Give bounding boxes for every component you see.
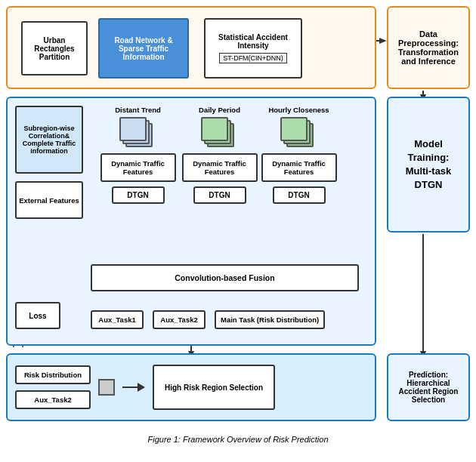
road-network-label: Road Network & Sparse Traffic Informatio…	[103, 36, 184, 61]
data-preprocessing-box: Data Preprocessing: Transformation and I…	[387, 6, 470, 89]
connector-block	[98, 379, 115, 396]
urban-label: Urban Rectangles Partition	[26, 36, 83, 61]
caption-text: Figure 1: Framework Overview of Risk Pre…	[147, 435, 328, 444]
model-training-box: Model Training: Multi-task DTGN	[387, 97, 470, 233]
high-risk-box: High Risk Region Selection	[153, 365, 275, 410]
stat-accident-box: Statistical Accident Intensity ST-DFM(CI…	[204, 18, 302, 79]
figure-caption: Figure 1: Framework Overview of Risk Pre…	[0, 435, 476, 444]
bottom-aux-task2-box: Aux_Task2	[15, 390, 91, 409]
dtgn-1: DTGN	[112, 186, 165, 204]
distant-trend-label: Distant Trend	[115, 106, 161, 114]
road-network-box: Road Network & Sparse Traffic Informatio…	[98, 18, 189, 79]
svg-marker-4	[379, 38, 387, 44]
hourly-closeness-label: Hourly Closeness	[268, 106, 329, 114]
bottom-left-boxes: Risk Distribution Aux_Task2	[15, 365, 91, 409]
subregion-label: Subregion-wise Correlation& Complete Tra…	[20, 125, 79, 155]
loss-box: Loss	[15, 302, 60, 329]
middle-section: Subregion-wise Correlation& Complete Tra…	[6, 97, 376, 346]
urban-rectangles-box: Urban Rectangles Partition	[21, 21, 88, 75]
dynamic-features-1: Dynamic Traffic Features	[100, 153, 176, 182]
model-training-label: Model Training: Multi-task DTGN	[394, 137, 462, 192]
task-row: Aux_Task1 Aux_Task2 Main Task (Risk Dist…	[91, 310, 325, 329]
bottom-arrow	[122, 383, 145, 392]
risk-distribution-box: Risk Distribution	[15, 365, 91, 384]
daily-period-label: Daily Period	[199, 106, 240, 114]
aux-task1-box: Aux_Task1	[91, 310, 144, 329]
aux-task2-box: Aux_Task2	[153, 310, 206, 329]
data-preprocessing-label: Data Preprocessing: Transformation and I…	[393, 29, 464, 66]
st-dfm-label: ST-DFM(CIN+DNN)	[219, 53, 287, 63]
subregion-box: Subregion-wise Correlation& Complete Tra…	[15, 106, 83, 174]
dynamic-features-3: Dynamic Traffic Features	[261, 153, 337, 182]
dynamic-features-2: Dynamic Traffic Features	[182, 153, 258, 182]
dtgn-2: DTGN	[193, 186, 246, 204]
top-section: Urban Rectangles Partition Road Network …	[6, 6, 376, 89]
stat-accident-label: Statistical Accident Intensity	[209, 33, 298, 50]
dtgn-3: DTGN	[273, 186, 326, 204]
prediction-label: Prediction: Hierarchical Accident Region…	[393, 371, 464, 404]
diagram-container: Urban Rectangles Partition Road Network …	[0, 0, 476, 445]
prediction-box: Prediction: Hierarchical Accident Region…	[387, 353, 470, 421]
external-features-box: External Features	[15, 181, 83, 219]
main-task-box: Main Task (Risk Distribution)	[215, 310, 325, 329]
fusion-box: Convolution-based Fusion	[91, 264, 359, 291]
bottom-section: Risk Distribution Aux_Task2 High Risk Re…	[6, 353, 376, 421]
